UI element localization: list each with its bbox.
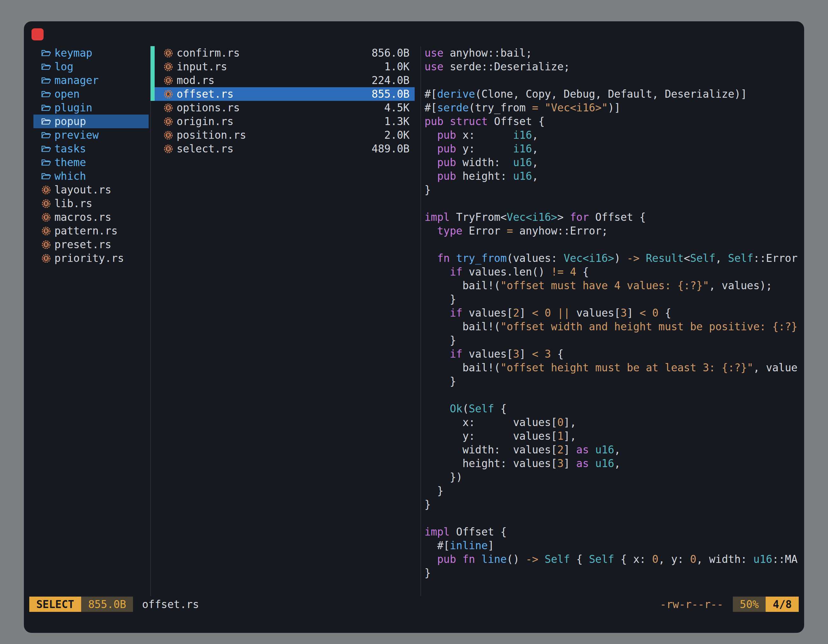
sidebar-file-item[interactable]: R pattern.rs: [33, 224, 149, 238]
code-token: pub: [437, 156, 456, 169]
code-token: Vec<i16>: [507, 211, 557, 223]
code-line: width: values[2] as u16,: [425, 443, 801, 457]
code-line: }: [425, 292, 801, 306]
sidebar-folder-item[interactable]: log: [33, 60, 149, 74]
file-list-item[interactable]: R mod.rs224.0B: [151, 74, 415, 87]
parent-pane: keymap log manager open plugin popup pre…: [33, 46, 149, 265]
code-token: {: [551, 348, 563, 360]
code-token: #[: [425, 539, 450, 552]
code-token: }: [425, 183, 431, 196]
code-line: [425, 74, 801, 87]
svg-text:R: R: [45, 215, 48, 220]
code-token: 0: [557, 416, 563, 429]
code-token: [425, 252, 437, 265]
status-bar-left: SELECT 855.0B offset.rs: [29, 597, 199, 612]
code-token: 0: [545, 307, 551, 319]
file-list-item[interactable]: R origin.rs1.3K: [151, 114, 415, 128]
item-label: open: [55, 87, 80, 101]
code-token: pub: [437, 129, 456, 141]
terminal-window: keymap log manager open plugin popup pre…: [24, 21, 804, 633]
code-token: [425, 307, 450, 319]
code-token: anyhow::Error;: [513, 225, 608, 237]
code-token: Result: [646, 252, 684, 265]
code-token: #[: [425, 102, 437, 114]
code-token: fn: [437, 252, 450, 265]
code-line: bail!("offset must have 4 values: {:?}",…: [425, 279, 801, 292]
code-token: {: [494, 403, 507, 415]
item-label: layout.rs: [55, 183, 111, 197]
code-token: u16: [595, 457, 614, 470]
code-token: }: [425, 498, 431, 511]
code-token: =: [507, 225, 513, 237]
code-token: TryFrom<: [450, 211, 507, 223]
rust-file-icon: R: [41, 199, 51, 209]
file-list-item[interactable]: R confirm.rs856.0B: [151, 46, 415, 60]
sidebar-folder-item[interactable]: which: [33, 169, 149, 183]
cursor-position: 4/8: [765, 597, 799, 612]
item-label: preset.rs: [55, 238, 111, 251]
sidebar-folder-item[interactable]: popup: [33, 114, 149, 128]
code-token: ,: [614, 443, 621, 456]
selected-file-size: 855.0B: [81, 597, 133, 612]
sidebar-folder-item[interactable]: manager: [33, 74, 149, 87]
svg-text:R: R: [167, 78, 170, 83]
file-name: origin.rs: [177, 114, 234, 128]
code-line: bail!("offset height must be at least 3:…: [425, 361, 801, 374]
window-close-button[interactable]: [31, 28, 44, 41]
file-size: 1.3K: [384, 114, 409, 128]
code-line: [425, 511, 801, 525]
sidebar-folder-item[interactable]: theme: [33, 155, 149, 169]
rust-file-icon: R: [41, 226, 51, 236]
file-list-item[interactable]: R offset.rs855.0B: [151, 87, 415, 101]
code-line: }: [425, 334, 801, 347]
code-token: try_from: [456, 252, 507, 265]
sidebar-folder-item[interactable]: preview: [33, 128, 149, 142]
code-line: type Error = anyhow::Error;: [425, 224, 801, 238]
code-token: "offset must have 4 values: {:?}": [500, 279, 709, 292]
desktop-background: { "window": { "close_button_color": "#e2…: [0, 0, 828, 644]
folder-icon: [41, 75, 51, 86]
code-token: {: [576, 266, 589, 278]
code-token: >: [557, 211, 570, 223]
sidebar-file-item[interactable]: R layout.rs: [33, 183, 149, 197]
code-token: 0: [652, 307, 659, 319]
code-token: as: [576, 457, 589, 470]
code-token: ]: [519, 307, 532, 319]
code-token: ->: [627, 252, 640, 265]
file-list-item[interactable]: R options.rs4.5K: [151, 101, 415, 114]
sidebar-file-item[interactable]: R preset.rs: [33, 238, 149, 251]
sidebar-file-item[interactable]: R macros.rs: [33, 210, 149, 224]
code-token: ]: [563, 457, 576, 470]
pane-divider-right: [420, 46, 421, 596]
code-line: Ok(Self {: [425, 402, 801, 415]
code-line: }: [425, 374, 801, 388]
file-list-item[interactable]: R input.rs1.0K: [151, 60, 415, 74]
code-line: if values[2] < 0 || values[3] < 0 {: [425, 306, 801, 320]
item-label: popup: [55, 114, 86, 128]
file-list-item[interactable]: R position.rs2.0K: [151, 128, 415, 142]
sidebar-file-item[interactable]: R lib.rs: [33, 197, 149, 210]
code-token: )]: [608, 102, 621, 114]
code-token: "Vec<i16>": [545, 102, 608, 114]
code-token: Offset {: [488, 115, 545, 128]
sidebar-folder-item[interactable]: tasks: [33, 142, 149, 155]
code-token: serde::Deserialize;: [444, 60, 570, 73]
sidebar-folder-item[interactable]: open: [33, 87, 149, 101]
code-token: 4: [570, 266, 576, 278]
file-list-item[interactable]: R select.rs489.0B: [151, 142, 415, 155]
sidebar-folder-item[interactable]: keymap: [33, 46, 149, 60]
file-name: options.rs: [177, 101, 240, 114]
folder-icon: [41, 158, 51, 168]
scroll-percentage: 50%: [733, 597, 766, 612]
code-token: [425, 225, 437, 237]
code-line: pub width: u16,: [425, 155, 801, 169]
code-line: [425, 197, 801, 210]
file-name: offset.rs: [177, 87, 234, 101]
code-line: y: values[1],: [425, 429, 801, 443]
item-label: log: [55, 60, 74, 74]
selected-file-name: offset.rs: [142, 598, 199, 611]
code-line: pub struct Offset {: [425, 114, 801, 128]
code-token: anyhow::bail;: [444, 47, 532, 59]
sidebar-folder-item[interactable]: plugin: [33, 101, 149, 114]
sidebar-file-item[interactable]: R priority.rs: [33, 251, 149, 265]
